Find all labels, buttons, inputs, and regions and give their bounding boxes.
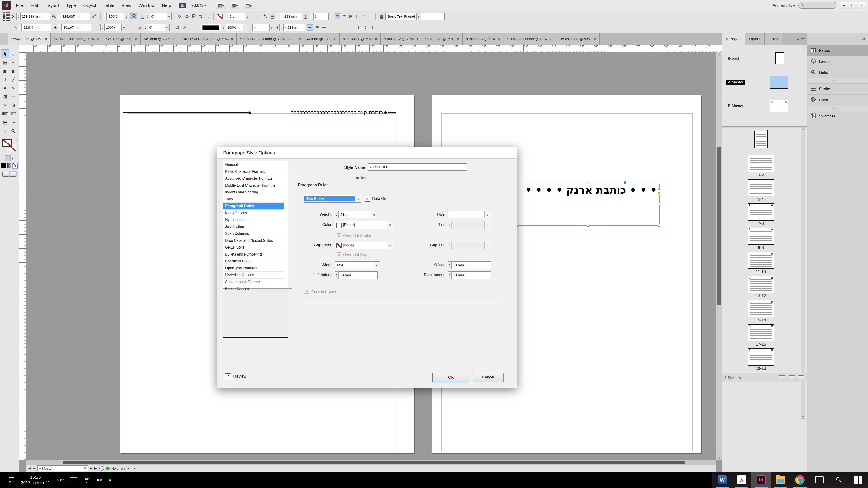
right-indent-input[interactable]: -9 mm bbox=[452, 271, 491, 279]
dialog-list-item[interactable]: Drop Caps and Nested Styles bbox=[223, 237, 284, 244]
masters-pages-splitter[interactable] bbox=[722, 126, 807, 128]
master-row[interactable]: [None] bbox=[722, 48, 799, 70]
inset-spinner[interactable]: ▲▼ bbox=[276, 13, 280, 20]
page-thumbnail[interactable] bbox=[754, 131, 768, 148]
distribute-center-icon[interactable]: ⊹ bbox=[364, 25, 367, 30]
columns-input[interactable]: 1 bbox=[313, 13, 329, 20]
taskbar-app-search[interactable] bbox=[829, 472, 848, 488]
page-thumbnail[interactable]: BB bbox=[748, 276, 774, 293]
apply-none-button[interactable] bbox=[13, 163, 18, 168]
view-options-button[interactable]: ▥▾ bbox=[216, 2, 226, 9]
reference-point-proxy[interactable] bbox=[3, 12, 10, 21]
menu-layout[interactable]: Layout bbox=[42, 0, 63, 11]
taskbar-app-word[interactable]: W bbox=[712, 472, 732, 488]
taskbar-app-explorer[interactable] bbox=[771, 472, 790, 488]
handle-right-upper[interactable] bbox=[658, 189, 660, 192]
formatting-affects-container-button[interactable] bbox=[5, 156, 10, 161]
pages-panel-page[interactable]: BB17-16 bbox=[732, 324, 790, 347]
page-thumbnail[interactable]: BB bbox=[748, 324, 774, 341]
dialog-title[interactable]: Paragraph Style Options bbox=[217, 147, 517, 159]
rule-line-type-combo[interactable]: ∨ bbox=[448, 211, 491, 219]
stroke-weight-combo[interactable]: 0 pt∨ bbox=[228, 13, 250, 20]
arrange-documents-button[interactable]: ◫▾ bbox=[244, 2, 254, 9]
bridge-button[interactable]: Br bbox=[179, 3, 186, 8]
weight-spinner[interactable]: ▲▼ bbox=[335, 211, 339, 219]
scrollbar-thumb[interactable] bbox=[63, 461, 685, 464]
object-style-combo[interactable]: [Basic Text Frame]∨ bbox=[385, 13, 445, 20]
y-spinner[interactable]: ▲▼ bbox=[18, 24, 22, 31]
note-tool[interactable]: ▤ bbox=[1, 118, 9, 127]
volume-icon[interactable] bbox=[96, 477, 103, 483]
offset-input[interactable]: -9 mm bbox=[452, 261, 491, 269]
x-input[interactable]: 259.333 mm bbox=[20, 13, 50, 20]
dialog-list-item[interactable]: Advanced Character Formats bbox=[223, 175, 284, 182]
pages-panel-page[interactable]: AA9-8 bbox=[732, 228, 790, 250]
pages-panel-page[interactable]: 3-2 bbox=[732, 155, 790, 177]
handle-top-right[interactable] bbox=[658, 182, 660, 184]
tab-close-icon[interactable]: ✕ bbox=[44, 37, 47, 41]
pages-panel-page[interactable]: A11-10 bbox=[732, 252, 790, 274]
panel-menu-icon[interactable]: ▾≡ bbox=[801, 37, 805, 41]
y-input[interactable]: 62.833 mm bbox=[22, 24, 51, 31]
fill-color-combo[interactable]: ∨ bbox=[201, 24, 226, 31]
preview-checkbox[interactable]: ✓ Preview bbox=[225, 373, 246, 379]
zoom-level-dropdown[interactable]: 93.8% ▾ bbox=[191, 3, 206, 8]
menu-table[interactable]: Table bbox=[100, 0, 118, 11]
w-spinner[interactable]: ▲▼ bbox=[57, 13, 61, 20]
dialog-list-item[interactable]: GREP Style bbox=[223, 244, 284, 251]
masters-scroll-up-icon[interactable]: ∧ bbox=[802, 47, 804, 50]
document-tab[interactable]: *45.indd @ 75%✕ bbox=[141, 33, 178, 45]
w-input[interactable]: 124.667 mm bbox=[61, 13, 90, 20]
menu-window[interactable]: Window bbox=[135, 0, 158, 11]
scissors-tool[interactable]: ✂ bbox=[1, 101, 9, 109]
corner-options-combo[interactable]: ⌐∨ bbox=[252, 24, 274, 31]
vertical-justify-icon[interactable]: ☰ bbox=[307, 24, 313, 31]
dialog-list-item[interactable]: Tabs bbox=[223, 196, 284, 203]
selected-text-frame[interactable]: • • • כותבת ארנק • • • • bbox=[517, 183, 659, 226]
document-tab[interactable]: *הדמיה סינר.indd @ 75%✕ bbox=[504, 33, 555, 45]
page-tool[interactable]: ▤ bbox=[1, 58, 9, 66]
dock-item-stroke[interactable]: Stroke bbox=[807, 84, 868, 95]
select-content-icon[interactable]: ⇅ bbox=[199, 14, 203, 19]
document-tab[interactable]: *אשר יצר.indd @ 75%✕ bbox=[293, 33, 340, 45]
preview-mode-button[interactable] bbox=[10, 172, 16, 177]
panel-grip[interactable] bbox=[4, 46, 14, 48]
workspace-switcher[interactable]: Essentials ▾ bbox=[772, 3, 795, 8]
scroll-left-icon[interactable]: ‹ bbox=[134, 466, 135, 470]
page-thumbnail[interactable] bbox=[748, 179, 774, 196]
select-container-icon[interactable]: P bbox=[192, 13, 195, 20]
taskbar-app-task-view[interactable] bbox=[810, 472, 829, 488]
rotate-90-cw-icon[interactable]: ⟳ bbox=[178, 14, 182, 19]
horizontal-scrollbar[interactable] bbox=[26, 460, 716, 465]
scale-x-spinner[interactable]: ▲▼ bbox=[103, 13, 107, 20]
inset-input[interactable]: 4.233 mm bbox=[280, 13, 302, 20]
show-hidden-icons-chevron[interactable]: ∧ bbox=[108, 477, 112, 482]
document-tab[interactable]: *שיעורים כלליים.indd @ 75%✕ bbox=[237, 33, 293, 45]
text-frame-options-icon[interactable]: ▤ bbox=[270, 14, 275, 19]
dialog-list-item[interactable]: Middle East Character Formats bbox=[223, 182, 284, 189]
dialog-list-item[interactable]: Justification bbox=[223, 223, 284, 230]
dialog-list-item[interactable]: Span Columns bbox=[223, 230, 284, 237]
menu-view[interactable]: View bbox=[118, 0, 135, 11]
tab-close-icon[interactable]: ✕ bbox=[287, 37, 290, 41]
gutter-input[interactable]: 4.233 m bbox=[283, 24, 305, 31]
dock-grip[interactable]: |||||||| bbox=[807, 78, 868, 84]
align-top-icon[interactable]: ≡ bbox=[335, 13, 340, 20]
page-number-dropdown[interactable]: A-Master∨ bbox=[37, 465, 88, 471]
type-tool[interactable]: T bbox=[1, 75, 9, 84]
normal-view-mode-button[interactable] bbox=[2, 172, 9, 177]
selection-tool[interactable] bbox=[1, 50, 9, 58]
hand-tool[interactable]: ☞ bbox=[1, 127, 9, 135]
page-thumbnail[interactable]: BB bbox=[748, 300, 774, 317]
scale-x-combo[interactable]: 100%∨ bbox=[107, 13, 129, 20]
frame-fitting-icon[interactable]: ⊞ bbox=[349, 14, 353, 19]
touch-keyboard-icon[interactable] bbox=[70, 477, 77, 483]
menu-help[interactable]: Help bbox=[158, 0, 175, 11]
master-thumbnail[interactable]: AA bbox=[770, 100, 788, 112]
align-h-center-icon[interactable]: ⫯ bbox=[363, 14, 365, 19]
align-right-edge-icon[interactable]: ⫤ bbox=[368, 14, 372, 19]
fill-stroke-indicator[interactable]: ⇄ bbox=[2, 139, 17, 154]
rotate-content-icon[interactable]: ⤨ bbox=[183, 25, 186, 30]
vertical-scrollbar[interactable]: ∧∨ bbox=[716, 53, 722, 460]
tab-close-icon[interactable]: ✕ bbox=[498, 37, 501, 41]
